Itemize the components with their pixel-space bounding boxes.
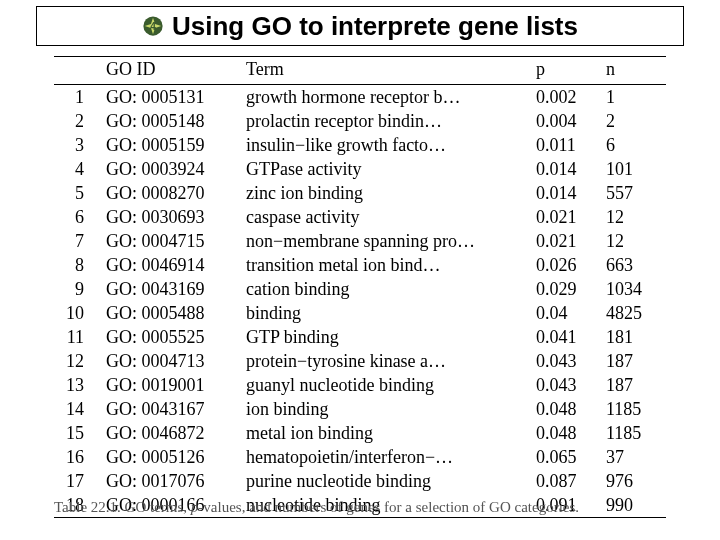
cell-term: zinc ion binding [240,181,530,205]
cell-term: growth hormone receptor b… [240,85,530,110]
cell-idx: 9 [54,277,100,301]
title-box: 4 Using GO to interprete gene lists [36,6,684,46]
page-title: Using GO to interprete gene lists [172,13,578,39]
cell-n: 663 [600,253,666,277]
col-term: Term [240,57,530,85]
table-row: 13GO: 0019001guanyl nucleotide binding0.… [54,373,666,397]
caption-prefix: Table 22.1. GO terms, [54,499,191,515]
cell-n: 976 [600,469,666,493]
svg-text:4: 4 [150,21,156,32]
cell-n: 1 [600,85,666,110]
slide: 4 Using GO to interprete gene lists GO I… [0,0,720,540]
col-idx [54,57,100,85]
cell-idx: 15 [54,421,100,445]
cell-term: ion binding [240,397,530,421]
cell-idx: 2 [54,109,100,133]
table-row: 9GO: 0043169cation binding0.0291034 [54,277,666,301]
cell-n: 6 [600,133,666,157]
cell-idx: 17 [54,469,100,493]
cell-p: 0.048 [530,397,600,421]
cell-goid: GO: 0004713 [100,349,240,373]
cell-p: 0.087 [530,469,600,493]
cell-idx: 14 [54,397,100,421]
cell-p: 0.041 [530,325,600,349]
cell-p: 0.011 [530,133,600,157]
cell-idx: 6 [54,205,100,229]
cell-n: 101 [600,157,666,181]
cell-p: 0.014 [530,157,600,181]
cell-goid: GO: 0003924 [100,157,240,181]
cell-n: 187 [600,373,666,397]
cell-idx: 3 [54,133,100,157]
cell-term: caspase activity [240,205,530,229]
cell-p: 0.021 [530,229,600,253]
cell-goid: GO: 0017076 [100,469,240,493]
cell-idx: 5 [54,181,100,205]
table-row: 2GO: 0005148prolactin receptor bindin…0.… [54,109,666,133]
table-row: 10GO: 0005488binding0.044825 [54,301,666,325]
cell-goid: GO: 0005131 [100,85,240,110]
cell-term: metal ion binding [240,421,530,445]
cell-p: 0.048 [530,421,600,445]
go-table-wrap: GO ID Term p n 1GO: 0005131growth hormon… [54,56,666,518]
cell-p: 0.04 [530,301,600,325]
cell-p: 0.043 [530,373,600,397]
cell-term: hematopoietin/interferon−… [240,445,530,469]
cell-goid: GO: 0005148 [100,109,240,133]
go-table: GO ID Term p n 1GO: 0005131growth hormon… [54,56,666,518]
col-p: p [530,57,600,85]
cell-goid: GO: 0046872 [100,421,240,445]
cell-term: insulin−like growth facto… [240,133,530,157]
table-row: 8GO: 0046914transition metal ion bind…0.… [54,253,666,277]
cell-goid: GO: 0046914 [100,253,240,277]
cell-goid: GO: 0005126 [100,445,240,469]
table-row: 17GO: 0017076purine nucleotide binding0.… [54,469,666,493]
cell-p: 0.014 [530,181,600,205]
cell-goid: GO: 0019001 [100,373,240,397]
caption-suffix: -values, and numbers of genes for a sele… [198,499,579,515]
cell-p: 0.026 [530,253,600,277]
cell-p: 0.043 [530,349,600,373]
cell-goid: GO: 0008270 [100,181,240,205]
cell-idx: 11 [54,325,100,349]
cell-goid: GO: 0043169 [100,277,240,301]
cell-term: guanyl nucleotide binding [240,373,530,397]
cell-n: 37 [600,445,666,469]
cell-goid: GO: 0043167 [100,397,240,421]
table-row: 16GO: 0005126hematopoietin/interferon−…0… [54,445,666,469]
title-inner: 4 Using GO to interprete gene lists [142,13,578,39]
cell-p: 0.029 [530,277,600,301]
cell-idx: 7 [54,229,100,253]
cell-n: 1185 [600,397,666,421]
table-row: 12GO: 0004713protein−tyrosine kinase a…0… [54,349,666,373]
cell-idx: 16 [54,445,100,469]
cell-idx: 13 [54,373,100,397]
cell-n: 2 [600,109,666,133]
table-header-row: GO ID Term p n [54,57,666,85]
table-row: 14GO: 0043167ion binding0.0481185 [54,397,666,421]
cell-n: 4825 [600,301,666,325]
col-goid: GO ID [100,57,240,85]
cell-term: binding [240,301,530,325]
cell-n: 12 [600,205,666,229]
cell-n: 557 [600,181,666,205]
cell-p: 0.002 [530,85,600,110]
cell-term: prolactin receptor bindin… [240,109,530,133]
cell-term: purine nucleotide binding [240,469,530,493]
cell-goid: GO: 0005525 [100,325,240,349]
table-row: 7GO: 0004715non−membrane spanning pro…0.… [54,229,666,253]
cell-p: 0.021 [530,205,600,229]
cell-n: 1034 [600,277,666,301]
cell-idx: 8 [54,253,100,277]
table-row: 15GO: 0046872metal ion binding0.0481185 [54,421,666,445]
table-row: 3GO: 0005159insulin−like growth facto…0.… [54,133,666,157]
cell-term: GTPase activity [240,157,530,181]
table-row: 1GO: 0005131growth hormone receptor b…0.… [54,85,666,110]
table-row: 4GO: 0003924GTPase activity0.014101 [54,157,666,181]
cell-n: 12 [600,229,666,253]
sun-4-icon: 4 [142,15,164,37]
cell-idx: 4 [54,157,100,181]
table-row: 11GO: 0005525GTP binding0.041181 [54,325,666,349]
cell-goid: GO: 0030693 [100,205,240,229]
cell-n: 187 [600,349,666,373]
